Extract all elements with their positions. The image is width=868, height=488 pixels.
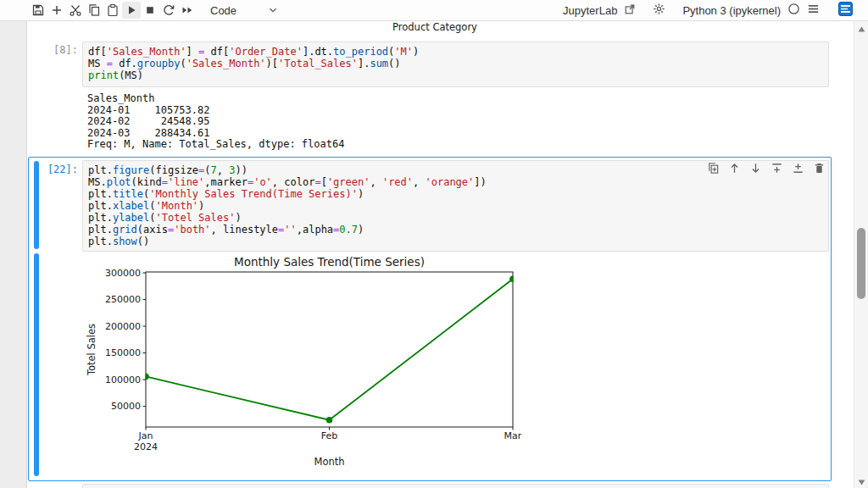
notebook-left-gutter (0, 21, 27, 488)
svg-text:200000: 200000 (105, 321, 141, 332)
svg-text:Mar: Mar (504, 430, 522, 441)
notebook-content: Product Category [8]: df['Sales_Month'] … (28, 21, 854, 488)
duplicate-cell-icon (707, 162, 720, 178)
move-cell-up-icon (728, 162, 741, 178)
move-cell-up-button[interactable] (727, 163, 741, 176)
output-collapser[interactable] (34, 253, 39, 476)
interrupt-kernel-button[interactable] (141, 2, 159, 19)
run-all-cells-button[interactable] (178, 2, 197, 19)
cell-type-select-chevron[interactable] (264, 2, 282, 19)
cut-cell-button[interactable] (66, 2, 85, 19)
scrollbar-thumb[interactable] (857, 228, 865, 299)
duplicate-cell-button[interactable] (706, 163, 720, 176)
copy-cell-button[interactable] (85, 2, 103, 19)
line-chart: Monthly Sales Trend(Time Series)50000100… (85, 256, 526, 474)
copy-icon (87, 3, 101, 17)
previous-output-xlabel: Product Category (282, 21, 587, 33)
move-cell-down-button[interactable] (748, 163, 762, 176)
settings-button[interactable] (653, 3, 665, 19)
gear-icon (653, 3, 665, 18)
scrollbar-down-button[interactable] (854, 475, 868, 487)
svg-text:50000: 50000 (111, 401, 141, 412)
svg-text:Jan: Jan (138, 430, 153, 441)
restart-icon (162, 3, 175, 17)
svg-text:300000: 300000 (105, 268, 141, 279)
svg-text:Feb: Feb (321, 430, 337, 441)
svg-text:2024: 2024 (134, 441, 158, 452)
paste-cell-button[interactable] (103, 2, 122, 19)
chart-title: Monthly Sales Trend(Time Series) (234, 256, 425, 269)
jupyter-notebook-window: Code JupyterLab Python 3 (ipykernel) (0, 0, 868, 488)
save-button[interactable] (29, 2, 47, 19)
chart-xlabel: Month (314, 456, 344, 468)
external-link-icon[interactable] (624, 3, 636, 19)
move-cell-down-icon (749, 162, 762, 178)
code-editor[interactable]: df['Sales_Month'] = df['Order_Date'].dt.… (82, 42, 829, 87)
stop-icon (143, 3, 157, 17)
cell-hover-toolbar (706, 160, 826, 179)
run-cell-button[interactable] (122, 2, 141, 19)
paste-icon (106, 3, 120, 17)
cell-output-text: Sales_Month 2024-01 105753.82 2024-02 24… (87, 93, 344, 151)
delete-cell-icon (813, 162, 826, 178)
cut-icon (69, 3, 82, 17)
code-text: df['Sales_Month'] = df['Order_Date'].dt.… (88, 46, 828, 81)
run-icon (125, 3, 138, 17)
notebook-menu-button[interactable] (807, 3, 820, 19)
delete-cell-button[interactable] (812, 163, 826, 176)
panel-toggle-button[interactable] (838, 2, 853, 19)
restart-kernel-button[interactable] (159, 2, 178, 19)
chart-ylabel: Totel Sales (86, 324, 97, 376)
svg-text:250000: 250000 (105, 294, 141, 305)
triangle-down-icon (858, 474, 865, 488)
cell-output-chart: Monthly Sales Trend(Time Series)50000100… (85, 256, 526, 474)
svg-text:100000: 100000 (105, 374, 141, 385)
input-prompt: [8]: (28, 44, 78, 56)
chevron-down-icon (267, 4, 279, 16)
scrollbar-up-button[interactable] (854, 22, 868, 34)
jupyterlab-link[interactable]: JupyterLab (563, 4, 617, 17)
chart-plot-box (146, 272, 513, 427)
vertical-scrollbar[interactable] (854, 21, 868, 488)
next-cell-editor-partial[interactable] (82, 484, 829, 488)
kernel-idle-circle-icon (787, 3, 800, 19)
save-icon (31, 3, 45, 17)
svg-text:150000: 150000 (105, 347, 141, 358)
cell-type-select[interactable]: Code (210, 4, 236, 17)
hamburger-icon (807, 3, 820, 18)
insert-cell-below-button[interactable] (791, 163, 804, 176)
notebook-toolbar: Code JupyterLab Python 3 (ipykernel) (0, 0, 868, 21)
add-icon (50, 3, 64, 17)
fast-forward-icon (181, 3, 194, 17)
insert-cell-above-icon (771, 162, 783, 178)
insert-cell-button[interactable] (47, 2, 66, 19)
blue-panel-toggle-icon (838, 4, 853, 19)
insert-cell-below-icon (792, 162, 804, 178)
triangle-up-icon (858, 20, 865, 36)
insert-cell-above-button[interactable] (770, 163, 783, 176)
kernel-name[interactable]: Python 3 (ipykernel) (682, 4, 781, 17)
input-prompt: [22]: (28, 164, 78, 175)
